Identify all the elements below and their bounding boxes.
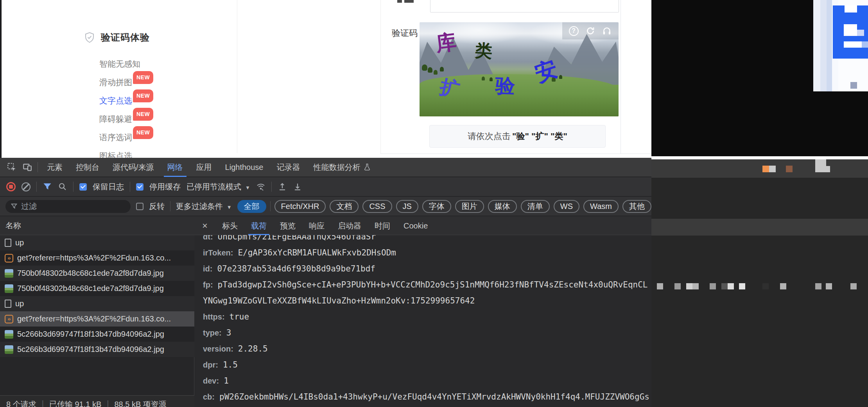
tab-application[interactable]: 应用 [190, 158, 219, 177]
network-status-bar: 8 个请求 | 已传输 91.1 kB | 88.5 kB 项资源 [0, 395, 194, 407]
document-icon [5, 300, 11, 308]
tab-cookies[interactable]: Cookie [397, 216, 434, 235]
tab-recorder[interactable]: 记录器 [270, 158, 307, 177]
tab-preview[interactable]: 预览 [273, 216, 302, 235]
chevron-down-icon: ▼ [227, 204, 232, 210]
sidebar-item-word-click[interactable]: 文字点选NEW [99, 95, 132, 106]
tab-response[interactable]: 响应 [302, 216, 331, 235]
table-row[interactable]: up [0, 235, 194, 250]
tab-lighthouse[interactable]: Lighthouse [219, 158, 270, 177]
pill-doc[interactable]: 文档 [330, 200, 359, 213]
pill-manifest[interactable]: 清单 [521, 200, 550, 213]
filter-placeholder: 过滤 [21, 201, 37, 212]
form-input[interactable] [430, 0, 619, 12]
clear-icon[interactable] [22, 182, 30, 191]
tab-elements[interactable]: 元素 [40, 158, 69, 177]
filter-input[interactable]: 过滤 [5, 200, 131, 213]
invert-label[interactable]: 反转 [149, 201, 165, 212]
prompt-targets: "验" "扩" "类" [512, 130, 567, 142]
tab-console[interactable]: 控制台 [69, 158, 106, 177]
name-column-header[interactable]: 名称 [0, 216, 194, 235]
pill-wasm[interactable]: Wasm [583, 200, 619, 213]
xhr-icon: ‹› [5, 254, 13, 262]
band [651, 178, 868, 407]
tab-network[interactable]: 网络 [161, 158, 190, 177]
card-border-left [380, 0, 381, 154]
divider [36, 182, 37, 192]
table-row[interactable]: 5c266b3d699747f18f13b47db94096a2.jpg [0, 342, 194, 357]
pill-other[interactable]: 其他 [622, 200, 651, 213]
pill-font[interactable]: 字体 [422, 200, 451, 213]
refresh-icon[interactable] [585, 26, 595, 36]
import-har-icon[interactable] [278, 182, 287, 191]
table-row[interactable]: 750b0f48302b48c68c1ede7a2f8d7da9.jpg [0, 281, 194, 296]
window-edge [0, 0, 2, 158]
record-icon[interactable] [6, 182, 16, 191]
pixel-artifact [721, 283, 728, 289]
table-row[interactable]: 5c266b3d699747f18f13b47db94096a2.jpg [0, 327, 194, 342]
captcha-char[interactable]: 验 [495, 73, 515, 100]
request-count: 8 个请求 [6, 399, 36, 407]
devtools-tabbar: 元素 控制台 源代码/来源 网络 应用 Lighthouse 记录器 性能数据分… [0, 158, 651, 177]
detail-tabbar: × 标头 载荷 预览 响应 启动器 时间 Cookie [194, 216, 651, 235]
payload-content: dt:UhbCpmfs/2IEFgEBAAaThQx546UfaaSr irTo… [194, 235, 651, 407]
filter-funnel-icon[interactable] [43, 182, 52, 191]
device-toolbar-icon[interactable] [20, 158, 35, 177]
network-filterbar: 过滤 反转 更多过滤条件▼ 全部 Fetch/XHR 文档 CSS JS 字体 … [0, 197, 651, 216]
prompt-lead: 请依次点击 [468, 130, 511, 142]
divider: | [107, 399, 109, 407]
pixel-artifact [780, 283, 786, 289]
pill-img[interactable]: 图片 [455, 200, 484, 213]
pill-js[interactable]: JS [396, 200, 418, 213]
payload-entry: dt:UhbCpmfs/2IEFgEBAAaThQx546UfaaSr [203, 235, 651, 245]
sidebar-item-icon-click[interactable]: 图标点选 [99, 150, 132, 158]
inspect-icon[interactable] [4, 158, 20, 177]
table-row[interactable]: ‹›get?referer=https%3A%2F%2Fdun.163.co..… [0, 250, 194, 266]
captcha-char[interactable]: 库 [434, 28, 458, 58]
sidebar-item-obstacle[interactable]: 障碍躲避NEW [99, 114, 132, 124]
disable-cache-checkbox[interactable] [136, 183, 143, 191]
disable-cache-label[interactable]: 停用缓存 [149, 182, 181, 192]
network-toolbar: 保留日志 停用缓存 已停用节流模式▼ [0, 177, 651, 196]
pixel-artifact [739, 283, 745, 289]
close-icon[interactable]: × [194, 220, 215, 231]
tab-initiator[interactable]: 启动器 [331, 216, 368, 235]
pill-all[interactable]: 全部 [237, 200, 266, 213]
captcha-char[interactable]: 类 [474, 39, 493, 63]
table-row-selected[interactable]: ‹›get?referer=https%3A%2F%2Fdun.163.co..… [0, 311, 194, 327]
pill-css[interactable]: CSS [362, 200, 392, 213]
sidebar-item-slide-puzzle[interactable]: 滑动拼图NEW [99, 77, 132, 87]
captcha-menu: 智能无感知 滑动拼图NEW 文字点选NEW 障碍躲避NEW 语序选词NEW 图标… [99, 59, 150, 158]
transferred: 已传输 91.1 kB [49, 399, 101, 407]
tab-headers[interactable]: 标头 [215, 216, 244, 235]
filter-pills: 全部 Fetch/XHR 文档 CSS JS 字体 图片 媒体 清单 WS Wa… [237, 200, 651, 213]
pill-fetch-xhr[interactable]: Fetch/XHR [274, 200, 326, 213]
network-conditions-icon[interactable] [256, 182, 265, 191]
table-row[interactable]: 750b0f48302b48c68c1ede7a2f8d7da9.jpg [0, 266, 194, 281]
help-icon[interactable]: ? [569, 26, 579, 36]
throttling-select[interactable]: 已停用节流模式▼ [187, 182, 250, 192]
tab-payload[interactable]: 载荷 [244, 216, 273, 235]
preserve-log-label[interactable]: 保留日志 [93, 182, 124, 192]
pill-media[interactable]: 媒体 [488, 200, 517, 213]
headset-icon[interactable] [602, 26, 612, 36]
export-har-icon[interactable] [293, 182, 302, 191]
sidebar-item-word-order[interactable]: 语序选词NEW [99, 132, 132, 143]
divider [270, 201, 271, 211]
tab-sources[interactable]: 源代码/来源 [106, 158, 161, 177]
preserve-log-checkbox[interactable] [79, 183, 87, 191]
more-filters-dropdown[interactable]: 更多过滤条件▼ [176, 201, 232, 212]
pixel-artifact [850, 82, 857, 89]
search-icon[interactable] [58, 182, 67, 191]
sidebar-item-smart[interactable]: 智能无感知 [99, 59, 140, 69]
table-row[interactable]: up [0, 296, 194, 311]
tab-timing[interactable]: 时间 [368, 216, 397, 235]
card-border-bottom [380, 154, 651, 154]
captcha-image[interactable]: 库 类 安 扩 验 ? [420, 22, 619, 116]
xhr-icon: ‹› [5, 315, 13, 323]
pill-ws[interactable]: WS [554, 200, 579, 213]
image-icon [5, 284, 13, 293]
captcha-toolbar: ? [562, 22, 619, 39]
invert-checkbox[interactable] [136, 203, 143, 210]
tab-performance-insights[interactable]: 性能数据分析 [307, 158, 378, 177]
